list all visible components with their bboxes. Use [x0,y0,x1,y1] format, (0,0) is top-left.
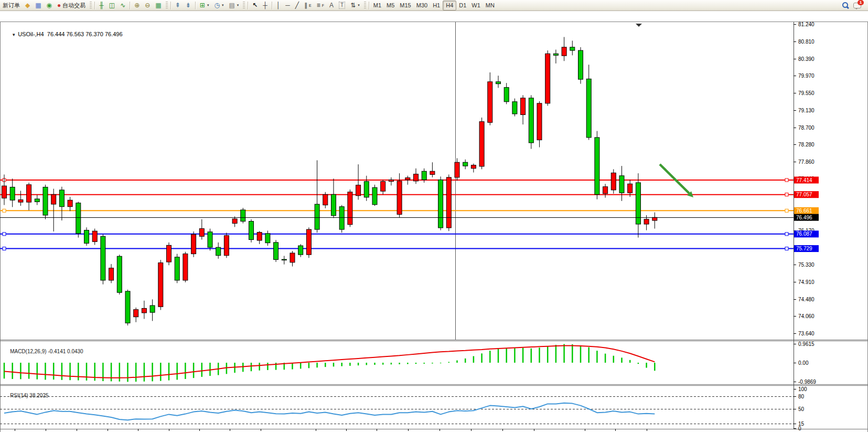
svg-text:77.860: 77.860 [798,159,815,165]
indicator-window-up-button[interactable]: ⇞ [173,0,183,10]
vertical-line-tool-button[interactable]: │ [274,0,283,10]
bar-chart-mode-button[interactable]: ╫ [97,0,106,10]
chart-profile-button[interactable]: ◆ [23,0,33,10]
cursor-tool-button[interactable]: ↖ [250,0,260,10]
label-tool-icon: T [339,2,345,9]
trendline-tool-button[interactable]: ╱ [293,0,302,10]
market-watch-button[interactable]: ▦ [33,0,44,10]
svg-text:100: 100 [798,386,807,392]
hline-handle[interactable] [785,178,788,182]
template-icon: ▤ [229,2,234,8]
separator [272,2,272,9]
svg-text:79.550: 79.550 [798,90,815,96]
timeframe-d1-button[interactable]: D1 [456,1,469,10]
label-tool-button[interactable]: T [336,0,348,10]
fibonacci-icon: ≡ [317,2,320,8]
add-indicator-icon: ⊞ [200,2,205,8]
separator [195,2,196,9]
autotrading-icon: ● [57,2,61,8]
macd-pane-label: MACD(12,26,9) -0.4141 0.0430 [4,343,83,360]
timeframe-m5-button[interactable]: M5 [384,1,397,10]
chevron-down-icon: ▾ [358,3,360,7]
fibo-sub-label: F [322,4,324,7]
svg-text:-0.9869: -0.9869 [798,379,816,385]
data-window-icon: ◉ [47,2,52,8]
bar-chart-icon: ╫ [99,2,104,8]
cursor-icon: ↖ [252,2,258,8]
hline-handle[interactable] [785,233,788,236]
text-tool-button[interactable]: A [327,0,336,10]
notification-badge: 1 [858,0,864,5]
chevron-down-icon: ▾ [237,3,239,7]
toolbar-grip [90,2,92,9]
main-chart-svg[interactable]: 81.24080.81080.39079.97079.55079.13078.7… [0,10,868,432]
period-menu-button[interactable]: ◷▾ [211,0,226,10]
timeframe-m30-button[interactable]: M30 [414,1,430,10]
indicator-window-down-button[interactable]: ⇟ [183,0,194,10]
horizontal-line-tool-button[interactable]: ─ [283,0,293,10]
macd-value: -0.4141 [48,349,66,354]
channel-icon: ∥ [304,2,307,8]
candlestick-mode-button[interactable]: ◫ [106,0,117,10]
autotrading-button[interactable]: ● 自动交易 [55,0,88,10]
channel-sub-label: E [309,4,312,7]
data-window-button[interactable]: ◉ [44,0,55,10]
chart-title: ▼USOil-,H4 76.444 76.563 76.370 76.496 [5,25,123,44]
svg-text:0.00: 0.00 [798,360,809,366]
timeframe-w1-button[interactable]: W1 [469,1,483,10]
text-tool-icon: A [329,2,334,8]
crosshair-tool-button[interactable]: ┼ [260,0,270,10]
svg-text:79.130: 79.130 [798,108,815,113]
svg-text:76.087: 76.087 [796,231,812,237]
tile-windows-button[interactable]: ▦ [153,0,164,10]
add-indicator-button[interactable]: ⊞▾ [197,0,212,10]
svg-text:78.700: 78.700 [798,125,815,131]
timeframe-m15-button[interactable]: M15 [397,1,413,10]
hline-handle[interactable] [3,233,6,236]
timeframe-h1-button[interactable]: H1 [430,1,443,10]
channel-tool-button[interactable]: ∥E [302,0,314,10]
indicator-down-icon: ⇟ [186,2,191,8]
arrows-tool-button[interactable]: ⇅▾ [348,0,362,10]
arrows-tool-icon: ⇅ [350,2,356,8]
svg-text:80.810: 80.810 [798,39,815,45]
separator [369,2,369,9]
hline-handle[interactable] [785,247,788,250]
separator [130,2,130,9]
macd-signal-value: 0.0430 [67,349,83,354]
fibonacci-tool-button[interactable]: ≡F [314,0,327,10]
svg-text:75.729: 75.729 [796,246,812,251]
symbol-period-label: USOil-,H4 [18,31,44,37]
horizontal-line-icon: ─ [285,2,290,8]
new-order-button[interactable]: 新订单 [0,0,23,10]
hline-handle[interactable] [785,193,788,196]
hline-handle[interactable] [3,209,6,212]
zoom-in-icon: ⊕ [134,2,140,8]
line-chart-mode-button[interactable]: ∿ [117,0,128,10]
svg-text:0: 0 [798,426,801,431]
hline-handle[interactable] [3,247,6,250]
svg-text:77.057: 77.057 [796,192,812,197]
separator [248,2,248,9]
hline-handle[interactable] [785,209,788,212]
timeframe-mn-button[interactable]: MN [483,1,497,10]
notifications-icon[interactable]: 1 [853,1,863,9]
line-chart-icon: ∿ [120,2,125,8]
trendline-icon: ╱ [295,2,299,8]
timeframe-m1-button[interactable]: M1 [371,1,384,10]
svg-text:74.060: 74.060 [798,313,815,319]
timeframe-h4-button[interactable]: H4 [443,1,456,10]
search-icon[interactable] [841,2,849,9]
svg-text:0.9615: 0.9615 [798,341,815,347]
clock-icon: ◷ [214,2,219,8]
toolbar-grip [364,2,366,9]
template-menu-button[interactable]: ▤▾ [226,0,241,10]
main-toolbar: 新订单 ◆ ▦ ◉ ● 自动交易 ╫ ◫ ∿ ⊕ ⊖ ▦ ⇞ ⇟ ⊞▾ ◷▾ ▤… [0,0,868,11]
zoom-out-button[interactable]: ⊖ [142,0,153,10]
collapse-chart-title-icon[interactable]: ▼ [12,33,16,37]
toolbar-grip [166,2,168,9]
zoom-in-button[interactable]: ⊕ [132,0,142,10]
chevron-down-icon: ▾ [222,3,224,7]
ohlc-readout: 76.444 76.563 76.370 76.496 [47,31,123,37]
svg-text:80.390: 80.390 [798,56,815,62]
